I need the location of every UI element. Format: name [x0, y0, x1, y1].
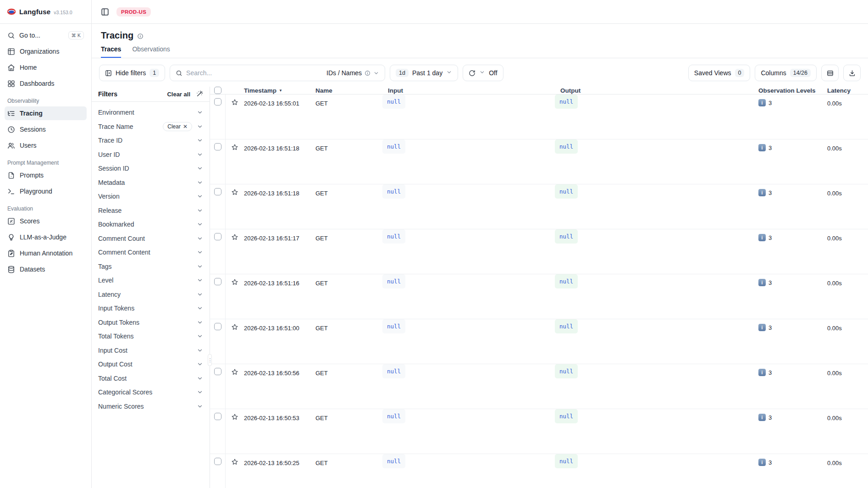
- chevron-down-icon: [197, 291, 203, 298]
- sidebar-item-label: Users: [20, 142, 37, 149]
- filter-label: Metadata: [98, 179, 125, 186]
- level-info-badge-icon: i: [758, 234, 766, 241]
- bookmark-star-icon[interactable]: [231, 458, 238, 466]
- table-row[interactable]: 2026-02-13 16:50:53 GET null null i 3 0.…: [210, 409, 868, 454]
- sidebar-toggle-button[interactable]: [99, 6, 111, 18]
- chevron-down-icon: [197, 221, 203, 227]
- tab-observations[interactable]: Observations: [132, 45, 170, 58]
- sidebar-section-observability: Observability: [7, 98, 84, 104]
- sidebar-item-tracing[interactable]: Tracing: [5, 106, 87, 120]
- row-height-button[interactable]: [821, 65, 839, 81]
- table-row[interactable]: 2026-02-13 16:55:01 GET null null i 3 0.…: [210, 94, 868, 139]
- refresh-state-label: Off: [489, 69, 497, 77]
- table-row[interactable]: 2026-02-13 16:51:16 GET null null i 3 0.…: [210, 274, 868, 319]
- sidebar-item-human-annotation[interactable]: Human Annotation: [5, 246, 87, 260]
- table-row[interactable]: 2026-02-13 16:51:17 GET null null i 3 0.…: [210, 229, 868, 274]
- sidebar-item-scores[interactable]: Scores: [5, 214, 87, 228]
- observation-count: 3: [768, 189, 772, 196]
- info-icon[interactable]: [137, 33, 144, 39]
- table-row[interactable]: 2026-02-13 16:50:56 GET null null i 3 0.…: [210, 364, 868, 409]
- input-cell: null: [382, 319, 405, 333]
- rows-icon: [827, 70, 834, 77]
- filter-label: Trace ID: [98, 137, 122, 144]
- column-header-name[interactable]: Name: [315, 87, 382, 94]
- table-body: 2026-02-13 16:55:01 GET null null i 3 0.…: [210, 94, 868, 488]
- row-checkbox[interactable]: [214, 458, 221, 465]
- observation-count: 3: [768, 324, 772, 331]
- sidebar-item-users[interactable]: Users: [5, 139, 87, 152]
- table-row[interactable]: 2026-02-13 16:51:00 GET null null i 3 0.…: [210, 319, 868, 364]
- sidebar-item-llm-as-a-judge[interactable]: LLM-as-a-Judge: [5, 230, 87, 244]
- panel-resize-handle[interactable]: ⋮: [208, 354, 212, 366]
- bookmark-star-icon[interactable]: [231, 413, 238, 421]
- sidebar-item-dashboards[interactable]: Dashboards: [5, 77, 87, 90]
- filter-label: User ID: [98, 151, 120, 158]
- table-row[interactable]: 2026-02-13 16:50:25 GET null null i 3 0.…: [210, 454, 868, 488]
- column-header-timestamp[interactable]: Timestamp ▼: [244, 87, 315, 94]
- bookmark-star-icon[interactable]: [231, 189, 238, 196]
- output-cell: null: [555, 454, 578, 468]
- prompts-icon: [7, 172, 15, 179]
- filters-header: Filters Clear all: [92, 87, 210, 102]
- observation-count: 3: [768, 144, 772, 151]
- filter-clear-chip[interactable]: Clear✕: [163, 122, 192, 131]
- sidebar-item-prompts[interactable]: Prompts: [5, 168, 87, 182]
- search-input[interactable]: [186, 69, 323, 77]
- row-checkbox[interactable]: [214, 278, 221, 285]
- bookmark-star-icon[interactable]: [231, 278, 238, 286]
- sidebar-item-label: Tracing: [20, 110, 43, 117]
- sidebar-item-home[interactable]: Home: [5, 61, 87, 74]
- search-scope-dropdown[interactable]: IDs / Names: [326, 69, 379, 77]
- chevron-down-icon: [479, 69, 485, 77]
- export-button[interactable]: [843, 65, 861, 81]
- filter-label: Input Tokens: [98, 305, 134, 312]
- input-cell: null: [382, 274, 405, 288]
- table-row[interactable]: 2026-02-13 16:51:18 GET null null i 3 0.…: [210, 139, 868, 184]
- table-row[interactable]: 2026-02-13 16:51:18 GET null null i 3 0.…: [210, 184, 868, 229]
- wand-icon[interactable]: [196, 90, 203, 98]
- row-checkbox[interactable]: [214, 323, 221, 330]
- bookmark-star-icon[interactable]: [231, 323, 238, 331]
- filter-label: Level: [98, 277, 113, 284]
- observation-levels-cell: i 3: [758, 454, 827, 466]
- sidebar-item-sessions[interactable]: Sessions: [5, 122, 87, 136]
- select-all-checkbox[interactable]: [214, 87, 221, 94]
- sidebar-item-playground[interactable]: Playground: [5, 184, 87, 198]
- sidebar-item-organizations[interactable]: Organizations: [5, 44, 87, 58]
- bookmark-star-icon[interactable]: [231, 233, 238, 241]
- column-header-input[interactable]: Input: [382, 87, 555, 94]
- column-header-output[interactable]: Output: [555, 87, 758, 94]
- goto-button[interactable]: Go to... ⌘ K: [5, 28, 87, 42]
- column-header-latency[interactable]: Latency: [827, 87, 868, 94]
- row-checkbox[interactable]: [214, 143, 221, 150]
- row-checkbox[interactable]: [214, 233, 221, 240]
- observation-count: 3: [768, 459, 772, 466]
- toolbar: Hide filters 1 IDs / Names 1d Past 1 day: [92, 58, 868, 87]
- bookmark-star-icon[interactable]: [231, 144, 238, 151]
- sidebar-item-label: Organizations: [20, 48, 59, 55]
- saved-views-button[interactable]: Saved Views 0: [688, 65, 751, 81]
- bookmark-star-icon[interactable]: [231, 368, 238, 376]
- time-range-button[interactable]: 1d Past 1 day: [390, 65, 458, 81]
- input-cell: null: [382, 94, 405, 109]
- row-checkbox[interactable]: [214, 368, 221, 375]
- environment-badge[interactable]: PROD-US: [116, 7, 151, 17]
- output-cell: null: [555, 274, 578, 288]
- datasets-icon: [7, 266, 15, 273]
- level-info-badge-icon: i: [758, 414, 766, 421]
- row-checkbox[interactable]: [214, 413, 221, 420]
- row-checkbox[interactable]: [214, 98, 221, 105]
- clear-all-filters-button[interactable]: Clear all: [167, 91, 190, 98]
- playground-icon: [7, 188, 15, 195]
- bookmark-star-icon[interactable]: [231, 99, 238, 106]
- organizations-icon: [7, 48, 15, 55]
- tab-traces[interactable]: Traces: [101, 45, 121, 58]
- refresh-button[interactable]: Off: [463, 65, 503, 81]
- sidebar-item-datasets[interactable]: Datasets: [5, 262, 87, 276]
- column-header-observation-levels[interactable]: Observation Levels: [758, 87, 827, 94]
- human-annotation-icon: [7, 250, 15, 257]
- columns-button[interactable]: Columns 14/26: [755, 65, 817, 81]
- close-icon[interactable]: ✕: [183, 123, 188, 130]
- row-checkbox[interactable]: [214, 188, 221, 195]
- hide-filters-button[interactable]: Hide filters 1: [99, 65, 165, 81]
